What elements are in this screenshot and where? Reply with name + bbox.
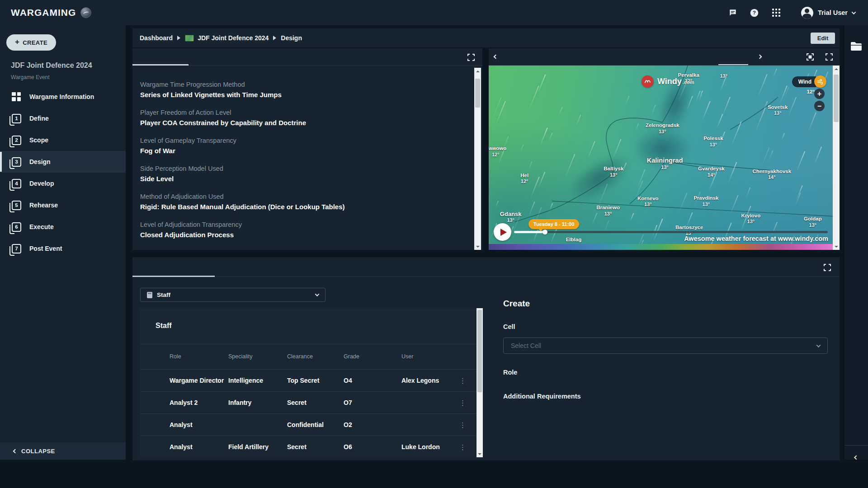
weather-panel-tab[interactable] — [748, 48, 754, 65]
scroll-up-arrow[interactable] — [833, 66, 840, 72]
windy-logo[interactable]: Windy.com — [642, 75, 694, 88]
requirements-tabs — [132, 257, 840, 277]
create-button[interactable]: + CREATE — [6, 34, 56, 51]
sidebar-item-label: Define — [29, 115, 49, 122]
windy-attribution[interactable]: Awesome weather forecast at www.windy.co… — [684, 235, 828, 242]
scrollbar-thumb[interactable] — [477, 310, 482, 392]
weather-panel: Pervalka 12° 13° Sovetsk 13° Zelenograds… — [489, 48, 840, 250]
breadcrumb-dashboard[interactable]: Dashboard — [140, 34, 173, 42]
design-panel: Wargame Time Progression Method Series o… — [132, 48, 482, 250]
sidebar-nav-item[interactable]: Wargame Information — [0, 86, 126, 108]
play-button[interactable] — [494, 223, 511, 241]
scrollbar-thumb[interactable] — [475, 79, 480, 108]
table-row[interactable]: Analyst Confidential O2 ⋮ — [140, 413, 476, 436]
folder-icon[interactable] — [850, 42, 862, 51]
sidebar-nav-item[interactable]: 7 Post Event — [0, 238, 126, 259]
sidebar-nav-item[interactable]: 3 Design — [0, 151, 126, 173]
city-temp: 14° — [752, 174, 791, 180]
scroll-up-arrow[interactable] — [474, 68, 481, 74]
user-name: Trial User — [818, 9, 848, 16]
tabs-scroll-left-icon[interactable] — [490, 48, 501, 65]
expand-fullscreen-icon[interactable] — [825, 53, 833, 61]
user-menu[interactable]: Trial User — [801, 7, 855, 19]
city-name: Chernyakhovsk — [752, 169, 791, 175]
cell-speciality: Intelligence — [228, 370, 263, 392]
sidebar-item-label: Execute — [29, 223, 54, 230]
edit-button[interactable]: Edit — [811, 33, 835, 44]
staff-table: Staff RoleSpecialityClearanceGradeUser W… — [140, 308, 483, 457]
fullscreen-icon[interactable] — [467, 53, 475, 61]
rail-collapse-icon[interactable] — [855, 453, 858, 461]
timeline-tooltip: Tuesday 8 - 11:00 — [528, 219, 579, 229]
cell-clearance: Confidential — [287, 414, 324, 436]
scroll-down-arrow[interactable] — [833, 244, 840, 249]
table-body: Wargame Director Intelligence Top Secret… — [140, 369, 476, 457]
row-menu-kebab-icon[interactable]: ⋮ — [459, 436, 466, 457]
cell-role: Analyst 2 — [170, 392, 198, 414]
breadcrumb-design[interactable]: Design — [281, 34, 302, 42]
plus-icon: + — [15, 38, 19, 47]
cell-grade: O6 — [344, 436, 352, 457]
scrollbar-thumb[interactable] — [834, 75, 839, 122]
weather-panel-tab[interactable] — [646, 48, 718, 65]
sidebar-nav-item[interactable]: 4 Develop — [0, 173, 126, 194]
tabs-scroll-right-icon[interactable] — [754, 48, 765, 65]
staff-group-dropdown[interactable]: Staff — [140, 288, 326, 302]
chat-icon[interactable] — [728, 8, 738, 18]
top-actions: ? Trial User — [728, 7, 855, 19]
design-panel-tab[interactable] — [205, 48, 277, 65]
map-zoom-in-button[interactable]: + — [814, 89, 825, 99]
city-name: sławowo — [489, 145, 506, 152]
help-icon[interactable]: ? — [750, 8, 760, 18]
sidebar: + CREATE JDF Joint Defence 2024 Wargame … — [0, 25, 126, 460]
map-city: Zelenogradsk 13° — [646, 122, 679, 135]
scroll-down-arrow[interactable] — [476, 451, 483, 457]
sidebar-nav-item[interactable]: 2 Scope — [0, 129, 126, 151]
table-row[interactable]: Wargame Director Intelligence Top Secret… — [140, 369, 476, 391]
focus-fullscreen-icon[interactable] — [806, 53, 814, 61]
timeline-knob[interactable] — [542, 230, 547, 235]
row-menu-kebab-icon[interactable]: ⋮ — [459, 370, 466, 392]
city-name: Baltiysk — [604, 166, 623, 172]
map-zoom-out-button[interactable]: − — [814, 101, 825, 111]
design-panel-tab[interactable] — [349, 48, 422, 65]
table-row[interactable]: Analyst 2 Infantry Secret O7 ⋮ — [140, 391, 476, 413]
weather-panel-tab[interactable] — [718, 48, 748, 65]
column-header: Speciality — [228, 344, 253, 369]
fullscreen-icon[interactable] — [823, 263, 831, 272]
city-name: Zelenogradsk — [646, 122, 679, 129]
timeline-slider[interactable] — [514, 231, 828, 233]
sidebar-collapse-button[interactable]: COLLAPSE — [0, 442, 126, 460]
breadcrumb-event[interactable]: JDF Joint Defence 2024 — [198, 34, 269, 42]
design-panel-tab[interactable] — [277, 48, 349, 65]
weather-panel-tab[interactable] — [501, 48, 574, 65]
city-name: Gvardeysk — [698, 166, 725, 172]
weather-panel-tab[interactable] — [574, 48, 646, 65]
design-panel-scrollbar — [474, 68, 481, 250]
table-row[interactable]: Analyst Field Artillery Secret O6 Luke L… — [140, 436, 476, 457]
row-menu-kebab-icon[interactable]: ⋮ — [459, 392, 466, 414]
weather-panel-icons — [806, 48, 840, 65]
windy-logo-icon — [642, 75, 654, 88]
requirements-tab[interactable] — [132, 257, 215, 277]
sidebar-nav-item[interactable]: 6 Execute — [0, 216, 126, 238]
apps-grid-icon[interactable] — [771, 8, 781, 18]
wind-layer-toggle[interactable]: Wind — [792, 75, 826, 88]
table-scrollbar — [476, 308, 483, 457]
map-city: Pravdinsk 13° — [693, 195, 718, 207]
map-city: Kaliningrad 13° — [647, 157, 683, 171]
city-temp: 13° — [646, 129, 679, 135]
scroll-down-arrow[interactable] — [474, 244, 481, 249]
map-city: Kornevo 13° — [637, 196, 659, 208]
sidebar-item-label: Rehearse — [29, 202, 58, 209]
requirements-tab[interactable] — [215, 257, 283, 277]
weather-map[interactable]: Pervalka 12° 13° Sovetsk 13° Zelenograds… — [489, 66, 833, 250]
sidebar-nav-item[interactable]: 1 Define — [0, 108, 126, 129]
select-cell-dropdown[interactable]: Select Cell — [503, 338, 828, 354]
wind-layer-label: Wind — [792, 76, 816, 87]
brand-emblem-icon — [80, 7, 91, 18]
sidebar-nav-item[interactable]: 5 Rehearse — [0, 194, 126, 216]
design-panel-tab[interactable] — [132, 48, 205, 65]
design-fields: Wargame Time Progression Method Series o… — [140, 80, 462, 248]
row-menu-kebab-icon[interactable]: ⋮ — [459, 414, 466, 436]
